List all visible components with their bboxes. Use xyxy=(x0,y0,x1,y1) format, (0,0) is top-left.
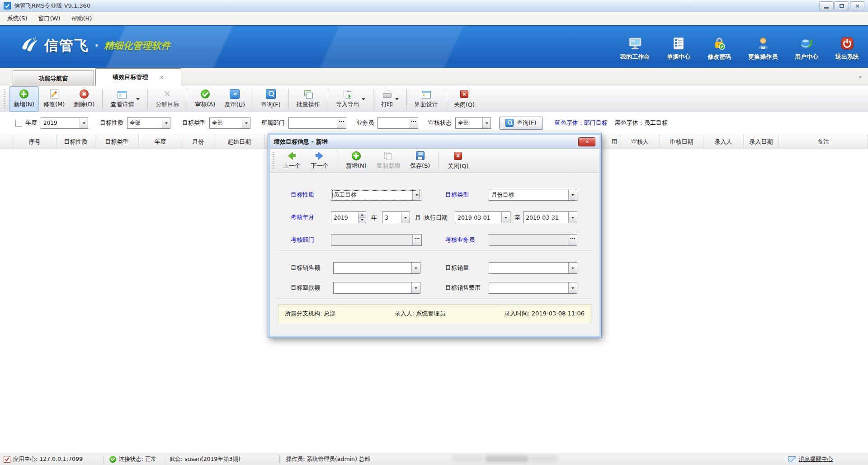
dialog-close-button[interactable] xyxy=(578,137,595,146)
grid-header-selector[interactable] xyxy=(0,134,13,149)
menu-help[interactable]: 帮助(H) xyxy=(66,12,97,25)
message-center-link[interactable]: 消息提醒中心 xyxy=(788,456,833,463)
menu-system[interactable]: 系统(S) xyxy=(2,12,33,25)
grid-header-record-date[interactable]: 录入日期 xyxy=(744,134,779,149)
spin-up-button[interactable] xyxy=(359,212,366,217)
dropdown-caret-icon[interactable] xyxy=(395,98,399,102)
toolbar-view-detail-button[interactable]: 查看详情 xyxy=(106,86,144,112)
toolbar-split-target-button[interactable]: 分解目标 xyxy=(151,86,184,112)
payment-combo[interactable] xyxy=(333,282,420,294)
combo-arrow-button[interactable] xyxy=(568,212,577,223)
type-combo[interactable]: 全部 xyxy=(209,117,250,129)
banner-item-workbench[interactable]: 我的工作台 xyxy=(620,36,650,61)
sales-qty-label: 目标销量 xyxy=(445,264,469,272)
combo-arrow-button[interactable] xyxy=(401,212,410,223)
import-export-icon xyxy=(343,89,352,99)
combo-arrow-button[interactable] xyxy=(412,189,421,200)
spinner-buttons[interactable] xyxy=(358,212,366,223)
assess-dept-field[interactable] xyxy=(331,234,422,246)
minimize-button[interactable] xyxy=(819,1,834,10)
toolbar-edit-button[interactable]: 修改(M) xyxy=(39,86,69,112)
toolbar-ui-design-button[interactable]: 界面设计 xyxy=(410,86,443,112)
tab-performance-target[interactable]: 绩效目标管理 xyxy=(95,68,181,86)
window-controls xyxy=(819,1,864,10)
dept-lookup-button[interactable] xyxy=(412,235,421,245)
dialog-copy-add-button[interactable]: 复制新增 xyxy=(372,150,405,171)
combo-arrow-button[interactable] xyxy=(568,189,577,200)
tabstrip-close-icon[interactable] xyxy=(859,75,862,79)
query-button[interactable]: 查询(F) xyxy=(499,117,543,130)
grid-header-nature[interactable]: 目标性质 xyxy=(57,134,95,149)
year-checkbox[interactable] xyxy=(15,120,22,127)
month-combo[interactable]: 3 xyxy=(382,211,410,223)
menu-window[interactable]: 窗口(W) xyxy=(33,12,66,25)
combo-arrow-button[interactable] xyxy=(568,263,577,273)
dialog-save-button[interactable]: 保存(S) xyxy=(405,150,435,171)
type-combo[interactable]: 月份目标 xyxy=(489,189,577,201)
grid-header-year[interactable]: 年度 xyxy=(139,134,182,149)
combo-arrow-button[interactable] xyxy=(242,118,250,128)
toolbar-unapprove-button[interactable]: 反审(U) xyxy=(220,86,250,112)
salesman-lookup-button[interactable] xyxy=(568,235,577,245)
audit-status-combo[interactable]: 全部 xyxy=(455,117,491,129)
grid-header-auditor[interactable]: 审核人 xyxy=(620,134,660,149)
grid-header-seq[interactable]: 序号 xyxy=(13,134,57,149)
dialog-prev-button[interactable]: 上一个 xyxy=(278,150,306,171)
toolbar-batch-button[interactable]: 批量操作 xyxy=(292,86,325,112)
toolbar-add-button[interactable]: 新增(N) xyxy=(9,86,39,112)
grid-header-recorder[interactable]: 录入人 xyxy=(703,134,744,149)
combo-arrow-button[interactable] xyxy=(482,118,491,128)
salesman-field[interactable] xyxy=(377,117,418,129)
year-spinner[interactable]: 2019 xyxy=(331,211,366,223)
exec-from-combo[interactable]: 2019-03-01 xyxy=(455,211,510,223)
banner-item-switch-operator[interactable]: 更换操作员 xyxy=(748,36,778,61)
exec-to-combo[interactable]: 2019-03-31 xyxy=(523,211,577,223)
toolbar-approve-button[interactable]: 审核(A) xyxy=(190,86,220,112)
banner-item-exit-system[interactable]: 退出系统 xyxy=(835,36,859,61)
combo-arrow-button[interactable] xyxy=(411,263,420,273)
spin-down-button[interactable] xyxy=(359,217,366,223)
combo-arrow-button[interactable] xyxy=(80,118,88,128)
grid-header-start-date[interactable]: 起始日期 xyxy=(214,134,264,149)
nature-combo[interactable]: 员工目标 xyxy=(331,189,421,201)
grid-header-audit-date[interactable]: 审核日期 xyxy=(660,134,703,149)
grid-header-type[interactable]: 目标类型 xyxy=(95,134,139,149)
sales-fee-combo[interactable] xyxy=(489,282,577,294)
toolbar-print-button[interactable]: 打印 xyxy=(377,86,403,112)
toolbar-query-button[interactable]: 查询(F) xyxy=(256,86,285,112)
combo-arrow-button[interactable] xyxy=(162,118,170,128)
nature-combo[interactable]: 全部 xyxy=(127,117,170,129)
banner-item-documents[interactable]: 单据中心 xyxy=(667,36,690,61)
form-row: 目标销售额 xyxy=(291,262,320,274)
dept-field[interactable] xyxy=(288,117,346,129)
banner-item-user-center[interactable]: 用户中心 xyxy=(795,36,818,61)
dialog-close-toolbar-button[interactable]: 关闭(Q) xyxy=(443,150,473,172)
combo-arrow-button[interactable] xyxy=(501,212,510,223)
toolbar-delete-button[interactable]: 删除(D) xyxy=(69,86,99,112)
toolbar-import-export-button[interactable]: 导入导出 xyxy=(331,86,370,112)
salesman-lookup-button[interactable] xyxy=(409,118,418,128)
sales-qty-combo[interactable] xyxy=(489,262,577,274)
sales-amount-combo[interactable] xyxy=(333,262,420,274)
assess-salesman-field[interactable] xyxy=(489,234,577,246)
tab-function-navigator[interactable]: 功能导航窗 xyxy=(13,70,94,86)
toolbar-grip xyxy=(4,89,5,108)
close-window-button[interactable] xyxy=(850,1,864,10)
dropdown-caret-icon[interactable] xyxy=(362,98,365,102)
tab-close-icon[interactable] xyxy=(160,75,163,79)
dialog-title-bar[interactable]: 绩效目标信息 - 新增 xyxy=(270,135,599,149)
grid-header-month[interactable]: 月份 xyxy=(182,134,214,149)
grid-header-remark[interactable]: 备注 xyxy=(779,134,868,149)
dept-lookup-button[interactable] xyxy=(337,118,346,128)
year-combo[interactable]: 2019 xyxy=(41,117,88,129)
maximize-button[interactable] xyxy=(835,1,849,10)
dialog-next-button[interactable]: 下一个 xyxy=(306,150,333,171)
dialog-add-button[interactable]: 新增(N) xyxy=(341,150,372,171)
dropdown-caret-icon[interactable] xyxy=(136,98,140,102)
month-unit: 月 xyxy=(415,214,421,222)
toolbar-close-button[interactable]: 关闭(Q) xyxy=(449,86,479,112)
combo-arrow-button[interactable] xyxy=(411,282,420,293)
banner-item-change-password[interactable]: 修改密码 xyxy=(708,36,731,61)
combo-arrow-button[interactable] xyxy=(568,282,577,293)
tab-strip: 功能导航窗 绩效目标管理 xyxy=(0,68,868,86)
